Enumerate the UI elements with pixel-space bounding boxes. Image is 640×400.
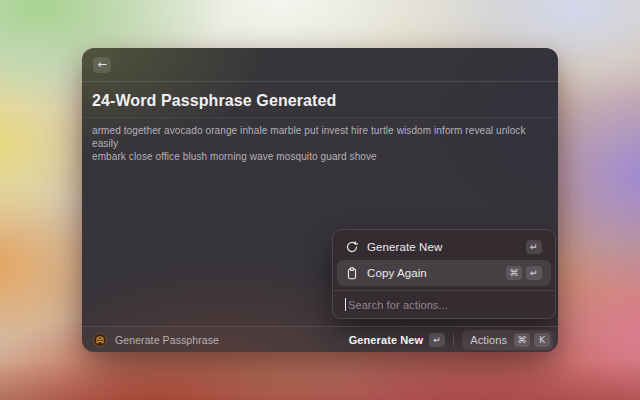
actions-popover: Generate New ↵ Copy Again <box>332 229 556 319</box>
return-key-badge: ↵ <box>429 333 445 347</box>
pretzel-extension-icon <box>93 333 107 347</box>
status-bar: Generate Passphrase Generate New ↵ Actio… <box>82 326 558 352</box>
status-bar-right: Generate New ↵ Actions ⌘ K <box>349 330 553 350</box>
action-label: Generate New <box>367 241 442 253</box>
text-cursor <box>345 298 346 311</box>
passphrase-line: embark close office blush morning wave m… <box>92 150 544 163</box>
command-key-badge: ⌘ <box>506 266 522 280</box>
detail-view: 24-Word Passphrase Generated armed toget… <box>82 92 558 163</box>
back-button[interactable]: ← <box>93 57 111 73</box>
primary-action-button[interactable]: Generate New ↵ <box>349 333 446 347</box>
back-arrow-icon: ← <box>97 59 106 70</box>
action-search-input[interactable]: Search for actions... <box>333 291 555 318</box>
shortcut-keys: ↵ <box>526 240 542 254</box>
return-key-badge: ↵ <box>526 266 542 280</box>
title-divider <box>82 117 558 118</box>
command-key-badge: ⌘ <box>514 333 530 347</box>
return-key-badge: ↵ <box>526 240 542 254</box>
action-label: Copy Again <box>367 267 427 279</box>
page-title: 24-Word Passphrase Generated <box>92 92 548 110</box>
refresh-icon <box>346 241 358 253</box>
status-bar-divider <box>453 334 454 346</box>
desktop-background: ← 24-Word Passphrase Generated armed tog… <box>0 0 640 400</box>
passphrase-line: armed together avocado orange inhale mar… <box>92 124 544 150</box>
clipboard-icon <box>346 267 358 279</box>
extension-name: Generate Passphrase <box>115 334 219 346</box>
k-key-badge: K <box>534 333 550 347</box>
primary-action-label: Generate New <box>349 334 424 346</box>
search-placeholder: Search for actions... <box>348 299 448 311</box>
actions-button-label: Actions <box>470 334 507 346</box>
action-list: Generate New ↵ Copy Again <box>333 230 555 290</box>
launcher-window: ← 24-Word Passphrase Generated armed tog… <box>82 48 558 352</box>
action-item-copy-again[interactable]: Copy Again ⌘ ↵ <box>337 260 551 286</box>
actions-button[interactable]: Actions ⌘ K <box>462 330 553 350</box>
passphrase-text: armed together avocado orange inhale mar… <box>92 124 544 163</box>
window-header: ← <box>82 48 558 82</box>
action-item-generate-new[interactable]: Generate New ↵ <box>337 234 551 260</box>
shortcut-keys: ⌘ ↵ <box>506 266 542 280</box>
